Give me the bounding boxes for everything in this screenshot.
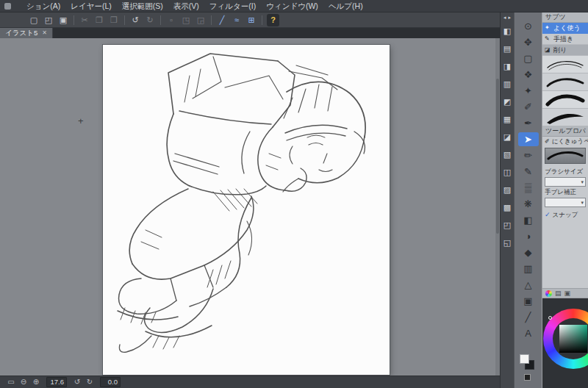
redo-icon[interactable]: ↻ xyxy=(143,14,157,26)
rotate-right-icon[interactable]: ↻ xyxy=(85,378,95,386)
cut-icon[interactable]: ✂ xyxy=(78,14,91,26)
brush-stroke-thumbnail xyxy=(545,109,586,126)
tab-close-icon[interactable]: ✕ xyxy=(42,30,47,36)
scrollbar-thumb[interactable] xyxy=(496,79,499,234)
menu-item[interactable]: レイヤー(L) xyxy=(65,0,117,12)
panel-icon[interactable]: ▦ xyxy=(502,114,512,124)
stabilization-control[interactable]: ▾ xyxy=(545,198,586,207)
app-icon xyxy=(4,3,11,10)
snap-ruler-icon[interactable]: ╱ xyxy=(215,14,229,26)
panel-icon[interactable]: ◨ xyxy=(502,61,512,71)
operate-tool[interactable]: ➤ xyxy=(518,132,539,146)
snap-grid-icon[interactable]: ⊞ xyxy=(245,14,258,26)
figure-tool[interactable]: △ xyxy=(518,278,539,292)
fill-tool[interactable]: ◆ xyxy=(518,245,539,259)
main-toolbar: ▢ ◰ ▣ ✂ ❐ ❒ ↺ ↻ xyxy=(0,12,500,28)
menu-item[interactable]: 表示(V) xyxy=(168,0,204,12)
canvas-area[interactable]: + xyxy=(0,38,500,376)
color-history-tab-icon[interactable]: ▣ xyxy=(564,290,571,297)
menu-item[interactable]: フィルター(I) xyxy=(204,0,261,12)
panel-icon[interactable]: ▥ xyxy=(502,79,512,89)
vertical-scrollbar[interactable] xyxy=(495,38,500,376)
copy-icon[interactable]: ❐ xyxy=(93,14,106,26)
panel-icon[interactable]: ◰ xyxy=(502,220,512,230)
zoom-out-icon[interactable]: ⊖ xyxy=(18,378,29,386)
panel-icon[interactable]: ◫ xyxy=(502,167,512,177)
brush-preview-stroke xyxy=(545,149,585,162)
undo-icon[interactable]: ↺ xyxy=(129,14,142,26)
frame-tool[interactable]: ▣ xyxy=(518,294,539,308)
new-canvas-icon[interactable]: ▢ xyxy=(27,14,40,26)
subtool-item[interactable] xyxy=(542,73,588,91)
gradient-tool[interactable]: ▥ xyxy=(518,262,539,276)
saturation-value-square[interactable] xyxy=(559,325,587,353)
main-color-swatch[interactable] xyxy=(520,354,529,364)
color-set-tab-icon[interactable]: ▤ xyxy=(555,290,562,297)
transparent-color-swatch[interactable] xyxy=(524,374,531,381)
panel-icon[interactable]: ▨ xyxy=(502,184,512,195)
ruler-tool[interactable]: ╱ xyxy=(518,310,539,324)
menu-item[interactable]: ウィンドウ(W) xyxy=(261,0,323,12)
color-wheel-panel xyxy=(542,298,588,388)
pencil-tool[interactable]: ✏ xyxy=(518,148,539,162)
paste-icon[interactable]: ❒ xyxy=(107,14,121,26)
brush-stroke-thumbnail xyxy=(545,92,586,108)
help-icon[interactable]: ? xyxy=(267,14,279,26)
move-tool[interactable]: ✥ xyxy=(518,35,539,49)
selected-subtool[interactable]: ✐ にくきゅうペン xyxy=(542,137,588,147)
tab-illustration[interactable]: イラスト5 ✕ xyxy=(0,28,53,38)
subtool-item[interactable] xyxy=(542,56,588,73)
auto-select-tool[interactable]: ✦ xyxy=(518,84,539,98)
collapse-left-icon[interactable]: ◂ xyxy=(503,15,506,20)
collapse-right-icon[interactable]: ▸ xyxy=(509,15,512,20)
color-wheel-tab-icon[interactable] xyxy=(545,290,552,297)
panel-strip-header: ◂ ▸ xyxy=(503,12,511,22)
panel-icon[interactable]: ◪ xyxy=(502,132,512,142)
rotation-value: 0.0 xyxy=(100,377,121,387)
open-file-icon[interactable]: ◰ xyxy=(42,14,55,26)
subtool-item[interactable] xyxy=(542,109,588,126)
subtool-group-scraping[interactable]: ◪ 削り xyxy=(542,45,588,56)
tab-label: イラスト5 xyxy=(5,29,37,38)
snap-special-ruler-icon[interactable]: ≈ xyxy=(230,14,243,26)
panel-icon[interactable]: ◱ xyxy=(502,237,512,248)
panel-icon[interactable]: ▩ xyxy=(502,202,512,212)
zoom-tool[interactable]: ⊙ xyxy=(518,19,539,33)
menu-item[interactable]: 選択範囲(S) xyxy=(117,0,168,12)
blend-tool[interactable]: ◑ xyxy=(518,229,539,243)
subtool-item[interactable] xyxy=(542,91,588,109)
snap-option[interactable]: ✓ スナップ xyxy=(542,209,588,220)
panel-icon[interactable]: ◧ xyxy=(502,26,512,36)
rotate-left-icon[interactable]: ↺ xyxy=(72,378,82,386)
eraser-tool[interactable]: ◧ xyxy=(518,213,539,227)
brush-stroke-thumbnail xyxy=(545,57,586,73)
deselect-icon[interactable]: ▫ xyxy=(165,14,178,26)
subtool-group-label: 削り xyxy=(553,46,567,55)
eyedropper-tool[interactable]: ✐ xyxy=(518,100,539,114)
save-file-icon[interactable]: ▣ xyxy=(57,14,70,26)
airbrush-tool[interactable]: ▒ xyxy=(518,181,539,195)
brush-size-control[interactable]: ▾ xyxy=(545,177,586,187)
menu-item[interactable]: ヘルプ(H) xyxy=(323,0,368,12)
panel-icon[interactable]: ▧ xyxy=(502,149,512,159)
panel-icon[interactable]: ▤ xyxy=(502,43,512,54)
zoom-in-icon[interactable]: ⊕ xyxy=(31,378,41,386)
subtool-group-hand-drawn[interactable]: ✎ 手描き xyxy=(542,34,588,45)
layer-move-tool[interactable]: ❖ xyxy=(518,68,539,82)
pen-tool[interactable]: ✒ xyxy=(518,116,539,130)
panel-icon[interactable]: ◩ xyxy=(502,96,512,107)
hue-marker xyxy=(548,316,552,320)
text-tool[interactable]: A xyxy=(518,326,539,340)
reselect-icon[interactable]: ◳ xyxy=(179,14,193,26)
document-canvas[interactable] xyxy=(103,45,390,375)
brush-tool[interactable]: ✎ xyxy=(518,165,539,179)
decoration-tool[interactable]: ❋ xyxy=(518,197,539,211)
menu-item[interactable]: ション(A) xyxy=(21,0,65,12)
toolbar-button xyxy=(74,15,74,25)
subtool-group-frequently-used[interactable]: ✦ よく使う xyxy=(542,23,588,34)
tool-property-title-text: ツールプロパ xyxy=(545,127,586,134)
subtool-group-label: 手描き xyxy=(553,35,573,44)
navigate-icon[interactable]: ▭ xyxy=(6,378,16,386)
invert-selection-icon[interactable]: ◲ xyxy=(194,14,207,26)
selection-tool[interactable]: ▢ xyxy=(518,51,539,65)
